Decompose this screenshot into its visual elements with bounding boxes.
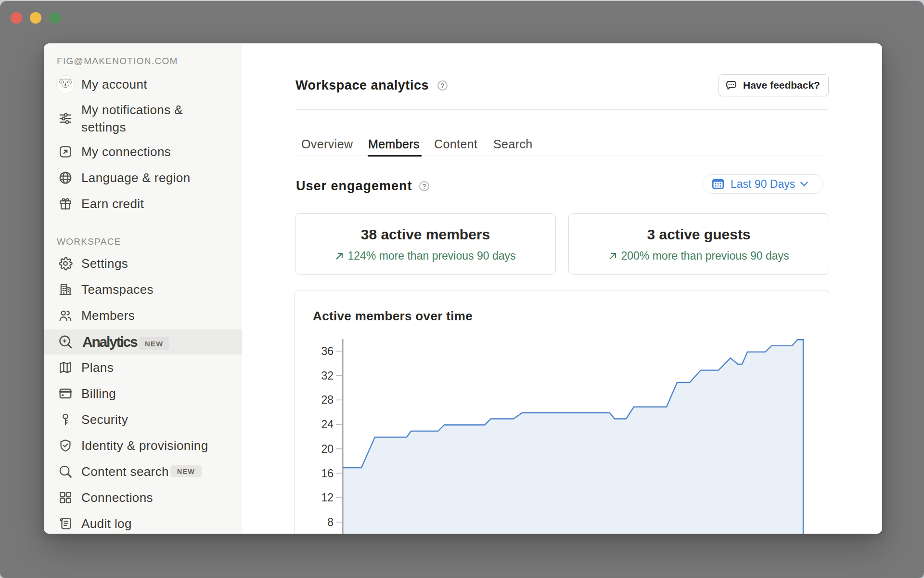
svg-text:32: 32 [321,369,334,382]
svg-text:28: 28 [321,394,334,406]
svg-text:24: 24 [321,418,334,431]
svg-text:20: 20 [321,443,334,455]
svg-text:16: 16 [321,467,334,480]
svg-text:12: 12 [321,491,334,504]
svg-text:36: 36 [321,345,334,357]
svg-text:8: 8 [327,516,334,528]
